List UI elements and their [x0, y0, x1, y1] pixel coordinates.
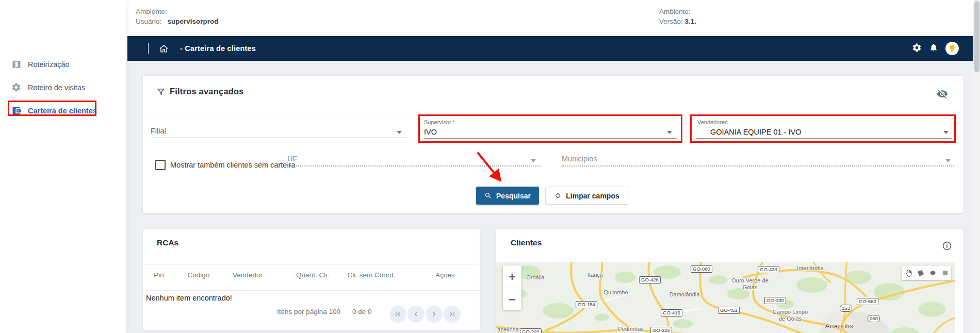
- map-canvas: [496, 262, 955, 333]
- filial-select[interactable]: Filial: [151, 127, 166, 135]
- pan-hand-icon[interactable]: [902, 266, 914, 280]
- clientes-title: Clientes: [511, 238, 542, 247]
- divider: [143, 290, 480, 291]
- versao-row: Versão: 3.1.: [659, 16, 696, 26]
- chevron-down-icon[interactable]: [397, 131, 402, 134]
- limpar-campos-button-label: Limpar campos: [566, 192, 619, 200]
- scrollbar-track[interactable]: [973, 0, 980, 333]
- items-per-page-label: Itens por página: [277, 308, 327, 315]
- breadcrumb-separator: [148, 43, 149, 54]
- road-badge: GO-222: [520, 328, 542, 333]
- limpar-campos-button[interactable]: Limpar campos: [545, 187, 628, 205]
- map-place-label: Ouro Verde de Goiás: [730, 277, 770, 290]
- road-badge: GO-330: [764, 297, 786, 304]
- magnifier-icon: [484, 192, 492, 199]
- vendedores-label: Vendedores: [697, 119, 728, 125]
- supervisor-label: Supervisor *: [424, 119, 455, 125]
- chevron-down-icon[interactable]: [943, 131, 949, 134]
- gear-icon[interactable]: [912, 43, 922, 55]
- usuario-row: Usuário: supervisorprod: [136, 16, 219, 26]
- road-badge: GO-451: [718, 307, 740, 314]
- sidebar-item-label: Roteirização: [28, 60, 70, 69]
- divider: [143, 264, 480, 264]
- municipios-underline: [562, 165, 954, 166]
- map-zoom-control: + −: [503, 265, 521, 310]
- map-place-label: Itauçu: [587, 272, 603, 278]
- chevron-down-icon[interactable]: [945, 159, 951, 162]
- uf-select[interactable]: UF: [287, 155, 297, 163]
- column-header-quant-cli: Quant. Cli.: [296, 271, 329, 279]
- map-place-label: Quilombo: [603, 289, 628, 295]
- map-route-icon: [11, 59, 22, 70]
- lightbulb-icon: [948, 44, 956, 53]
- app-window: Ambiente: Usuário: supervisorprod Ambien…: [0, 0, 980, 333]
- user-avatar[interactable]: [945, 42, 959, 55]
- last-page-button[interactable]: [444, 306, 461, 323]
- column-header-pin: Pin: [154, 271, 164, 279]
- page-range: 0 de 0: [352, 308, 372, 315]
- sem-carteira-checkbox-label: Mostrar também clientes sem carteira: [170, 161, 296, 169]
- zoom-out-button[interactable]: −: [503, 288, 521, 310]
- environment-info-left: Ambiente: Usuário: supervisorprod: [136, 7, 219, 26]
- info-icon[interactable]: [942, 241, 952, 253]
- scrollbar-thumb[interactable]: [974, 1, 979, 72]
- road-badge: GO-222: [650, 327, 672, 333]
- map-place-label: Pedrinhas: [618, 326, 644, 332]
- map-place-label: Campo Limpo de Goiás: [770, 309, 810, 322]
- map-drawing-tools: [902, 266, 951, 280]
- supervisor-underline: [424, 138, 677, 139]
- sidebar-item-roteiro-de-visitas[interactable]: Roteiro de visitas: [0, 79, 126, 96]
- rcas-title: RCAs: [157, 238, 178, 247]
- road-badge: GO-426: [639, 276, 661, 284]
- bell-icon[interactable]: [929, 43, 938, 54]
- items-per-page: Itens por página 100: [277, 308, 340, 315]
- ellipse-tool-icon[interactable]: [926, 266, 939, 280]
- filial-underline: [151, 138, 407, 138]
- sidebar-item-roteirizacao[interactable]: Roteirização: [0, 56, 126, 73]
- usuario-label: Usuário:: [136, 18, 161, 25]
- pesquisar-button-label: Pesquisar: [496, 192, 531, 200]
- road-badge: GO-416: [661, 309, 682, 317]
- sem-carteira-checkbox[interactable]: [155, 160, 166, 170]
- sidebar-item-carteira-de-clientes[interactable]: Carteira de clientes: [0, 102, 126, 120]
- next-page-button[interactable]: [426, 306, 443, 323]
- municipios-select[interactable]: Municipios: [562, 155, 597, 163]
- road-badge: GO-433: [758, 266, 779, 273]
- uf-underline: [287, 165, 541, 166]
- road-badge: GO-080: [691, 265, 712, 273]
- prev-page-button[interactable]: [407, 306, 424, 323]
- wallet-icon: [11, 106, 22, 116]
- eye-off-icon[interactable]: [937, 88, 948, 102]
- first-page-button[interactable]: [389, 306, 406, 323]
- versao-value: 3.1.: [685, 18, 697, 25]
- clientes-card: Clientes: [496, 229, 963, 333]
- pesquisar-button[interactable]: Pesquisar: [476, 187, 539, 205]
- polygon-tool-icon[interactable]: [914, 266, 926, 280]
- sidebar-item-label: Carteira de clientes: [28, 107, 97, 115]
- vendedores-underline: [696, 138, 952, 139]
- rectangle-tool-icon[interactable]: [939, 266, 951, 280]
- ambiente-label: Ambiente:: [136, 7, 219, 16]
- rcas-card: RCAs Pin Código Vendedor Quant. Cli. Cli…: [143, 229, 480, 330]
- gear-icon: [11, 82, 22, 93]
- map-place-label: Anápolis: [825, 322, 854, 330]
- home-icon[interactable]: [159, 44, 169, 54]
- column-header-acoes: Ações: [435, 271, 455, 279]
- vendedores-select[interactable]: GOIANIA EQUIPE 01 - IVO: [710, 128, 801, 136]
- filters-header: Filtros avançados: [143, 76, 963, 112]
- map-place-label: Damolândia: [669, 291, 700, 297]
- clientes-map[interactable]: + − OrdáliaItauçuQuilomboDamolândiaOuro …: [496, 262, 955, 333]
- supervisor-select[interactable]: IVO: [424, 128, 437, 136]
- items-per-page-value[interactable]: 100: [329, 308, 341, 315]
- sidebar: Roteirização Roteiro de visitas Carteira…: [0, 0, 126, 333]
- zoom-in-button[interactable]: +: [503, 265, 521, 288]
- road-badge: GO-560: [857, 298, 878, 305]
- chevron-down-icon[interactable]: [667, 131, 672, 134]
- column-header-vendedor: Vendedor: [233, 271, 263, 279]
- column-header-cli-sem-coord: Cli. sem Coord.: [347, 271, 395, 279]
- ambiente-label-right: Ambiente:: [659, 7, 696, 16]
- navbar-actions: [912, 42, 959, 55]
- road-badge: 060: [868, 315, 880, 322]
- chevron-down-icon[interactable]: [531, 159, 536, 162]
- filters-title: Filtros avançados: [170, 87, 244, 96]
